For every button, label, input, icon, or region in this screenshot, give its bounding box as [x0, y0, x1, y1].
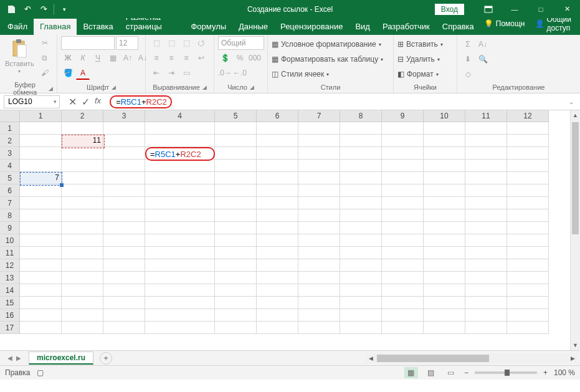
decrease-decimal-icon[interactable]: ←.0	[233, 66, 247, 80]
column-header[interactable]: 8	[340, 110, 382, 122]
autosum-icon[interactable]: Σ	[461, 37, 475, 51]
font-color-button[interactable]: A	[76, 66, 90, 80]
save-icon[interactable]	[4, 2, 19, 17]
clear-icon[interactable]: ◇	[461, 67, 475, 81]
cancel-formula-icon[interactable]: ✕	[69, 96, 77, 108]
row-header[interactable]: 16	[0, 309, 20, 322]
border-button[interactable]: ▦	[106, 51, 120, 65]
insert-cells-button[interactable]: ⊞Вставить▾	[397, 37, 443, 51]
row-header[interactable]: 4	[0, 160, 20, 172]
tab-developer[interactable]: Разработчик	[376, 19, 436, 35]
ribbon-options-icon[interactable]	[475, 0, 502, 18]
name-box[interactable]: LOG10	[4, 95, 60, 108]
decrease-indent-icon[interactable]: ⇤	[150, 66, 163, 80]
page-break-view-icon[interactable]: ▭	[444, 367, 458, 378]
expand-formula-bar-icon[interactable]: ⌄	[569, 98, 574, 105]
fill-color-button[interactable]: 🪣	[61, 66, 75, 80]
tell-me-button[interactable]: 💡Помощн	[480, 17, 529, 31]
comma-icon[interactable]: 000	[248, 51, 262, 65]
tab-data[interactable]: Данные	[232, 19, 274, 35]
zoom-out-icon[interactable]: −	[464, 368, 468, 377]
column-header[interactable]: 11	[465, 110, 507, 122]
wrap-text-icon[interactable]: ↩	[194, 51, 208, 65]
italic-button[interactable]: К	[76, 51, 90, 65]
undo-icon[interactable]: ↶	[20, 2, 35, 17]
tab-home[interactable]: Главная	[34, 19, 77, 35]
column-header[interactable]: 10	[424, 110, 465, 122]
macro-record-icon[interactable]: ▢	[37, 368, 44, 377]
tab-file[interactable]: Файл	[1, 19, 34, 35]
paste-button[interactable]: Вставить ▾	[4, 36, 36, 77]
row-header[interactable]: 5	[0, 172, 20, 184]
row-header[interactable]: 3	[0, 147, 20, 160]
row-header[interactable]: 8	[0, 209, 20, 222]
row-header[interactable]: 2	[0, 135, 20, 147]
bold-button[interactable]: Ж	[61, 51, 75, 65]
format-painter-icon[interactable]: 🖌	[38, 66, 52, 80]
vertical-scroll-thumb[interactable]	[572, 122, 579, 234]
cells-area[interactable]: 11 7	[20, 122, 570, 350]
increase-decimal-icon[interactable]: .0→	[218, 66, 232, 80]
row-header[interactable]: 7	[0, 197, 20, 209]
tab-formulas[interactable]: Формулы	[184, 19, 232, 35]
row-header[interactable]: 12	[0, 259, 20, 272]
horizontal-scrollbar[interactable]: ◀ ▶	[366, 353, 578, 363]
tab-review[interactable]: Рецензирование	[274, 19, 349, 35]
delete-cells-button[interactable]: ⊟Удалить▾	[397, 52, 440, 66]
sheet-nav-next-icon[interactable]: ▶	[16, 355, 21, 361]
close-icon[interactable]: ✕	[554, 0, 580, 18]
increase-font-icon[interactable]: A↑	[121, 51, 135, 65]
insert-function-icon[interactable]: fx	[95, 96, 101, 108]
currency-icon[interactable]: 💲	[218, 51, 232, 65]
select-all-corner[interactable]	[0, 110, 20, 122]
redo-icon[interactable]: ↷	[36, 2, 51, 17]
number-launcher-icon[interactable]: ◢	[250, 84, 254, 90]
maximize-icon[interactable]: □	[528, 0, 554, 18]
number-format-combo[interactable]: Общий	[218, 36, 264, 50]
tab-insert[interactable]: Вставка	[77, 19, 119, 35]
cut-icon[interactable]: ✂	[38, 36, 52, 50]
row-header[interactable]: 15	[0, 297, 20, 309]
align-bottom-icon[interactable]: ⬚	[179, 36, 193, 50]
align-center-icon[interactable]: ≡	[164, 51, 178, 65]
column-header[interactable]: 2	[62, 110, 103, 122]
font-size-combo[interactable]: 12	[116, 36, 138, 50]
tab-view[interactable]: Вид	[349, 19, 376, 35]
column-header[interactable]: 3	[103, 110, 145, 122]
tab-help[interactable]: Справка	[436, 19, 480, 35]
column-header[interactable]: 6	[257, 110, 298, 122]
column-header[interactable]: 4	[145, 110, 215, 122]
minimize-icon[interactable]: —	[502, 0, 528, 18]
clipboard-launcher-icon[interactable]: ◢	[49, 85, 53, 92]
page-layout-view-icon[interactable]: ▤	[424, 367, 438, 378]
format-as-table-button[interactable]: ▦Форматировать как таблицу▾	[272, 52, 383, 66]
row-header[interactable]: 6	[0, 184, 20, 197]
scroll-down-icon[interactable]: ▼	[571, 340, 580, 350]
column-header[interactable]: 5	[215, 110, 257, 122]
horizontal-scroll-thumb[interactable]	[377, 355, 489, 362]
merge-cells-icon[interactable]: ▭	[179, 66, 193, 80]
qat-customize-icon[interactable]: ▾	[57, 2, 72, 17]
orientation-icon[interactable]: ⭯	[194, 36, 208, 50]
align-left-icon[interactable]: ≡	[150, 51, 163, 65]
normal-view-icon[interactable]: ▦	[404, 367, 418, 378]
sheet-tab-active[interactable]: microexcel.ru	[29, 351, 93, 365]
zoom-in-icon[interactable]: +	[543, 368, 548, 377]
vertical-scrollbar[interactable]: ▲ ▼	[570, 110, 580, 350]
sort-filter-icon[interactable]: A↓	[476, 37, 490, 51]
scroll-up-icon[interactable]: ▲	[571, 110, 580, 120]
row-header[interactable]: 17	[0, 322, 20, 334]
sheet-nav-prev-icon[interactable]: ◀	[7, 355, 12, 361]
underline-button[interactable]: Ч	[91, 51, 105, 65]
align-right-icon[interactable]: ≡	[179, 51, 193, 65]
formula-input[interactable]: =R5C1+R2C2	[110, 95, 172, 108]
column-header[interactable]: 9	[382, 110, 424, 122]
format-cells-button[interactable]: ◧Формат▾	[397, 67, 439, 81]
enter-formula-icon[interactable]: ✓	[82, 96, 90, 108]
column-header[interactable]: 7	[298, 110, 340, 122]
align-middle-icon[interactable]: ⬚	[164, 36, 178, 50]
column-header[interactable]: 1	[20, 110, 62, 122]
conditional-formatting-button[interactable]: ▦Условное форматирование▾	[272, 37, 381, 51]
column-header[interactable]: 12	[507, 110, 549, 122]
zoom-level[interactable]: 100 %	[554, 368, 575, 377]
